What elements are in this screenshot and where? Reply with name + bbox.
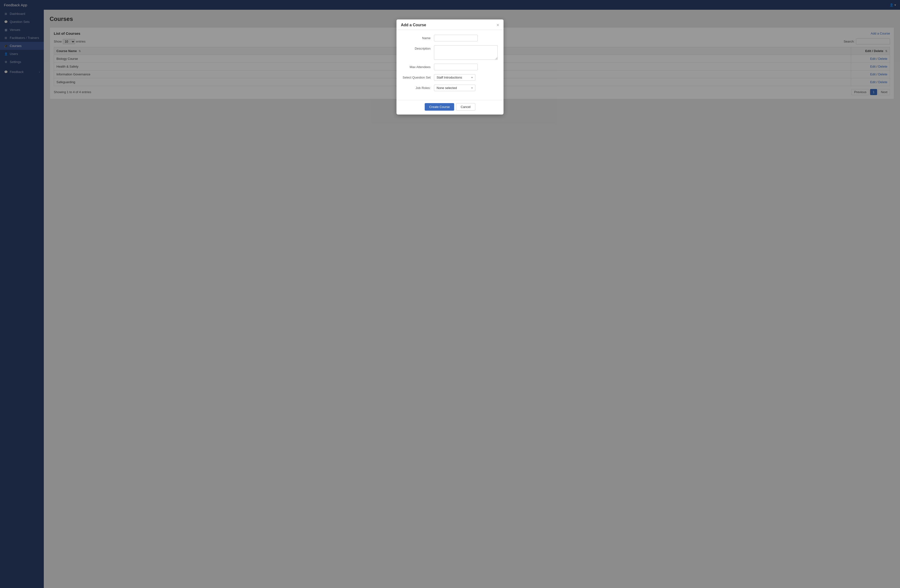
add-course-modal: Add a Course × Name Description Max Atte… [396, 19, 504, 115]
modal-body: Name Description Max Attendees Select Qu… [396, 30, 504, 100]
job-roles-value: None selected [437, 86, 457, 90]
name-field-group: Name [402, 35, 498, 41]
description-field-group: Description [402, 45, 498, 60]
max-attendees-label: Max Attendees [402, 64, 434, 69]
modal-title: Add a Course [401, 23, 426, 27]
modal-footer: Create Course Cancel [396, 100, 504, 115]
description-label: Description [402, 45, 434, 50]
description-textarea[interactable] [434, 45, 498, 60]
job-roles-dropdown[interactable]: None selected ▾ [434, 85, 475, 91]
job-roles-label: Job Roles: [402, 85, 434, 90]
question-set-value: Staff Introductions [437, 76, 462, 79]
cancel-button[interactable]: Cancel [456, 103, 475, 111]
name-label: Name [402, 35, 434, 40]
question-set-field-group: Select Question Set Staff Introductions … [402, 74, 498, 81]
max-attendees-field-group: Max Attendees [402, 64, 498, 70]
modal-header: Add a Course × [396, 19, 504, 30]
question-set-dropdown[interactable]: Staff Introductions ▾ [434, 74, 475, 81]
job-roles-caret-icon: ▾ [472, 87, 473, 89]
select-question-set-label: Select Question Set [402, 74, 434, 79]
max-attendees-input[interactable] [434, 64, 478, 70]
create-course-button[interactable]: Create Course [425, 103, 454, 111]
job-roles-field-group: Job Roles: None selected ▾ [402, 85, 498, 91]
modal-close-button[interactable]: × [497, 23, 499, 27]
modal-overlay: Add a Course × Name Description Max Atte… [0, 0, 900, 588]
question-set-caret-icon: ▾ [472, 76, 473, 79]
name-input[interactable] [434, 35, 478, 41]
